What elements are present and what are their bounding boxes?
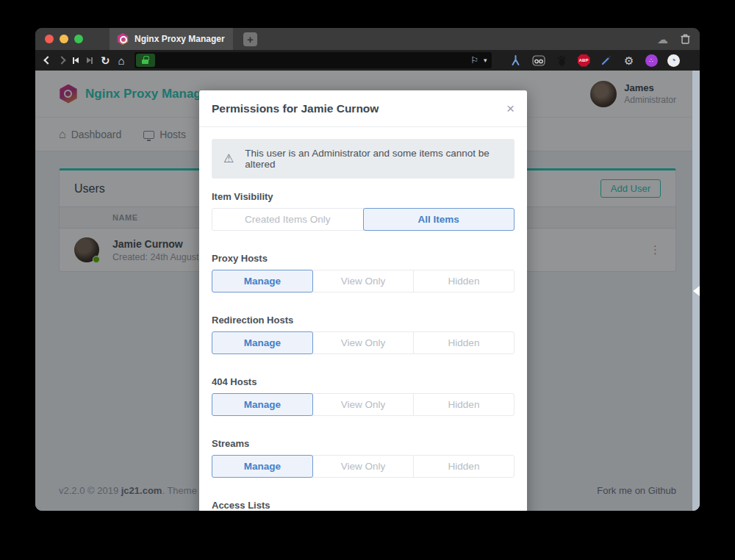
option-all-items[interactable]: All Items — [363, 208, 515, 231]
streams-view-only[interactable]: View Only — [312, 455, 414, 478]
tab-title: Nginx Proxy Manager — [135, 34, 225, 44]
page-content: Nginx Proxy Manager James Administrator … — [35, 71, 700, 511]
sync-cloud-icon[interactable]: ☁ — [657, 34, 668, 45]
forward-button[interactable] — [57, 56, 65, 64]
purple-extension-icon[interactable]: ∴ — [645, 54, 658, 67]
item-visibility-label: Item Visibility — [212, 191, 514, 202]
new-tab-button[interactable]: + — [243, 32, 257, 46]
extension-icons: ABP ⚙ ∴ ◔ — [509, 54, 680, 67]
streams-manage[interactable]: Manage — [212, 455, 313, 478]
perm-section-redirection-hosts: Redirection Hosts Manage View Only Hidde… — [212, 315, 514, 354]
browser-tab[interactable]: Nginx Proxy Manager — [110, 28, 233, 50]
pen-extension-icon[interactable] — [600, 54, 613, 67]
bookmark-flag-icon[interactable]: ⚐ — [470, 56, 478, 65]
item-visibility-group: Created Items Only All Items — [212, 208, 514, 231]
warning-icon: ⚠ — [223, 153, 234, 165]
streams-hidden[interactable]: Hidden — [413, 455, 514, 478]
adblock-plus-extension-icon[interactable]: ABP — [578, 54, 590, 67]
wishbone-extension-icon[interactable] — [509, 54, 523, 67]
404-hosts-view-only[interactable]: View Only — [312, 393, 414, 416]
fast-forward-button[interactable] — [87, 57, 93, 64]
proxy-hosts-view-only[interactable]: View Only — [312, 270, 414, 292]
admin-alert-text: This user is an Administrator and some i… — [245, 148, 503, 170]
proxy-hosts-hidden[interactable]: Hidden — [413, 270, 514, 292]
redirection-hosts-manage[interactable]: Manage — [212, 331, 313, 354]
panel-toggle-arrow-icon[interactable] — [693, 286, 700, 296]
perm-section-404-hosts: 404 Hosts Manage View Only Hidden — [212, 376, 514, 416]
close-window-button[interactable] — [45, 35, 54, 43]
gear-extension-icon[interactable]: ⚙ — [623, 54, 636, 67]
modal-title: Permissions for Jamie Curnow — [212, 102, 379, 115]
redirection-hosts-view-only[interactable]: View Only — [312, 331, 414, 354]
back-button[interactable] — [43, 56, 51, 64]
proxy-hosts-manage[interactable]: Manage — [212, 270, 313, 292]
404-hosts-manage[interactable]: Manage — [212, 393, 313, 416]
minimize-window-button[interactable] — [60, 35, 68, 43]
perm-section-proxy-hosts: Proxy Hosts Manage View Only Hidden — [212, 253, 514, 292]
goggles-extension-icon[interactable] — [532, 54, 545, 67]
perm-section-streams: Streams Manage View Only Hidden — [212, 438, 514, 478]
bookmark-caret-icon[interactable]: ▾ — [484, 57, 487, 64]
perm-section-access-lists: Access Lists Manage View Only Hidden — [212, 500, 514, 511]
option-created-items-only[interactable]: Created Items Only — [212, 208, 364, 231]
permissions-modal: Permissions for Jamie Curnow × ⚠ This us… — [199, 90, 527, 511]
browser-toolbar: ↻ ⌂ ⚐ ▾ ABP ⚙ ∴ ◔ — [35, 50, 700, 71]
redirection-hosts-hidden[interactable]: Hidden — [413, 331, 514, 354]
window-controls — [35, 28, 93, 50]
reload-button[interactable]: ↻ — [101, 55, 110, 66]
closed-tabs-trash-icon[interactable] — [681, 34, 690, 44]
ssl-lock-icon[interactable] — [136, 54, 155, 67]
address-bar[interactable]: ⚐ ▾ — [135, 52, 492, 68]
rewind-button[interactable] — [73, 57, 79, 64]
home-button[interactable]: ⌂ — [118, 55, 125, 66]
admin-alert: ⚠ This user is an Administrator and some… — [212, 139, 514, 179]
close-icon[interactable]: × — [506, 101, 514, 115]
browser-window: Nginx Proxy Manager + ☁ ↻ ⌂ ⚐ ▾ — [35, 28, 700, 511]
gnome-foot-extension-icon[interactable] — [555, 54, 568, 67]
browser-tab-bar: Nginx Proxy Manager + ☁ — [35, 28, 700, 50]
maximize-window-button[interactable] — [74, 35, 83, 43]
npm-favicon-icon — [117, 33, 129, 45]
404-hosts-hidden[interactable]: Hidden — [413, 393, 514, 416]
speedtest-extension-icon[interactable]: ◔ — [667, 54, 680, 67]
